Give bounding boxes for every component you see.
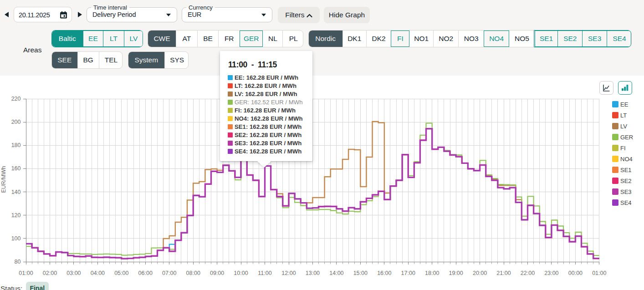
svg-text:11:00: 11:00 — [258, 270, 271, 276]
svg-text:100: 100 — [11, 235, 21, 242]
svg-text:06:00: 06:00 — [138, 270, 153, 276]
svg-text:00:00: 00:00 — [568, 270, 583, 276]
svg-text:18:00: 18:00 — [425, 270, 439, 276]
svg-text:180: 180 — [11, 142, 21, 148]
svg-text:80: 80 — [15, 259, 21, 265]
svg-text:120: 120 — [11, 212, 21, 219]
svg-text:220: 220 — [11, 96, 21, 102]
svg-text:14:00: 14:00 — [329, 270, 343, 276]
svg-text:20:00: 20:00 — [473, 270, 487, 276]
svg-text:15:00: 15:00 — [353, 270, 368, 276]
svg-text:01:00: 01:00 — [19, 270, 33, 276]
svg-text:08:00: 08:00 — [186, 270, 200, 276]
svg-text:16:00: 16:00 — [377, 270, 391, 276]
svg-text:10:00: 10:00 — [234, 270, 248, 276]
svg-text:19:00: 19:00 — [449, 270, 463, 276]
svg-text:140: 140 — [11, 189, 21, 195]
svg-text:21:00: 21:00 — [496, 270, 511, 276]
svg-text:13:00: 13:00 — [306, 270, 320, 276]
svg-text:04:00: 04:00 — [91, 270, 105, 276]
svg-text:02:00: 02:00 — [43, 270, 57, 276]
svg-text:09:00: 09:00 — [210, 270, 224, 276]
svg-text:160: 160 — [11, 165, 21, 172]
svg-text:12:00: 12:00 — [281, 270, 296, 276]
svg-text:22:00: 22:00 — [521, 270, 535, 276]
svg-text:EUR/MWh: EUR/MWh — [0, 166, 7, 193]
svg-text:01:00: 01:00 — [592, 270, 606, 276]
svg-text:23:00: 23:00 — [544, 270, 558, 276]
svg-text:07:00: 07:00 — [162, 270, 176, 276]
svg-text:200: 200 — [11, 119, 21, 125]
svg-text:03:00: 03:00 — [66, 270, 81, 276]
svg-text:17:00: 17:00 — [401, 270, 415, 276]
svg-text:05:00: 05:00 — [114, 270, 128, 276]
